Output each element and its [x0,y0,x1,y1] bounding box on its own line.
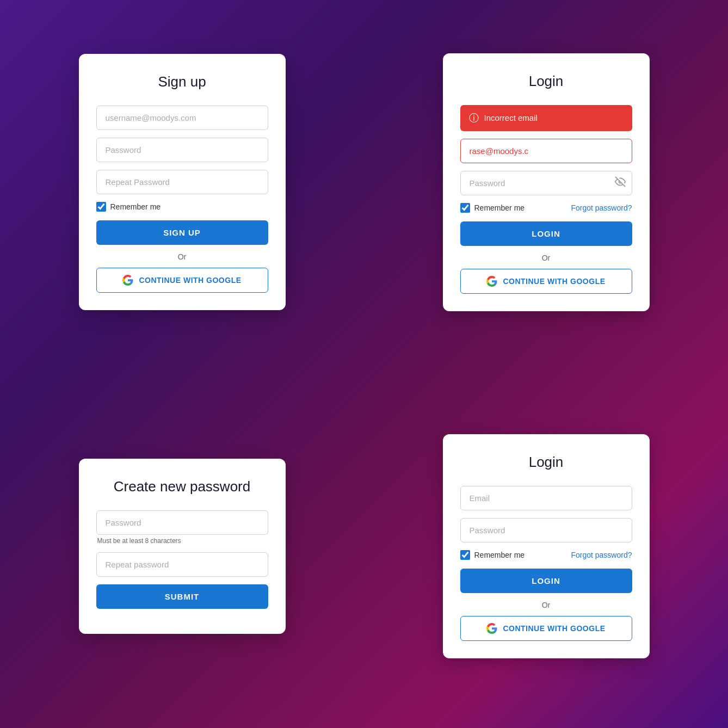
google-logo-icon-3 [486,623,497,634]
signup-remember-row: Remember me [96,202,268,212]
login-clean-cell: Login Remember me Forgot password? LOGIN… [364,364,728,728]
signup-cell: Sign up Remember me SIGN UP Or C [0,0,364,364]
login-clean-remember-label: Remember me [474,551,525,559]
login-clean-card: Login Remember me Forgot password? LOGIN… [443,434,650,658]
create-password-title: Create new password [96,478,268,495]
eye-off-icon[interactable] [615,176,626,190]
login-error-or-divider: Or [460,254,632,262]
create-repeat-password-group [96,552,268,577]
login-clean-google-label: CONTINUE WITH GOOGLE [503,624,605,633]
create-password-cell: Create new password Must be at least 8 c… [0,364,364,728]
signup-repeat-password-input[interactable] [96,170,268,194]
login-clean-remember-row: Remember me Forgot password? [460,550,632,560]
signup-remember-checkbox[interactable] [96,202,106,212]
signup-password-input[interactable] [96,138,268,162]
password-helper-text: Must be at least 8 characters [97,537,268,545]
login-error-password-group [460,171,632,195]
login-error-email-group [460,139,632,163]
signup-remember-left: Remember me [96,202,161,212]
signup-title: Sign up [96,73,268,90]
signup-google-label: CONTINUE WITH GOOGLE [139,276,241,285]
signup-google-button[interactable]: CONTINUE WITH GOOGLE [96,268,268,293]
login-error-submit-button[interactable]: LOGIN [460,221,632,246]
login-clean-email-input[interactable] [460,486,632,510]
error-message: Incorrect email [484,113,538,122]
login-clean-remember-checkbox[interactable] [460,550,470,560]
signup-password-group [96,138,268,162]
login-error-remember-left: Remember me [460,203,525,213]
create-password-input[interactable] [96,510,268,535]
login-clean-submit-button[interactable]: LOGIN [460,569,632,593]
signup-card: Sign up Remember me SIGN UP Or C [79,54,286,310]
signup-repeat-password-group [96,170,268,194]
login-error-google-button[interactable]: CONTINUE WITH GOOGLE [460,269,632,294]
login-clean-email-group [460,486,632,510]
create-password-card: Create new password Must be at least 8 c… [79,459,286,634]
login-clean-title: Login [460,454,632,471]
username-group [96,106,268,130]
login-error-title: Login [460,73,632,90]
error-banner: ⓘ Incorrect email [460,105,632,131]
create-password-submit-button[interactable]: SUBMIT [96,584,268,609]
login-error-remember-label: Remember me [474,203,525,212]
login-error-forgot-link[interactable]: Forgot password? [571,203,632,212]
login-error-email-input[interactable] [460,139,632,163]
signup-or-divider: Or [96,252,268,261]
create-repeat-password-input[interactable] [96,552,268,577]
login-error-google-label: CONTINUE WITH GOOGLE [503,277,605,286]
login-error-password-input[interactable] [460,171,632,195]
create-password-group: Must be at least 8 characters [96,510,268,545]
login-error-remember-row: Remember me Forgot password? [460,203,632,213]
login-clean-password-group [460,518,632,542]
login-error-cell: Login ⓘ Incorrect email Remember me Forg… [364,0,728,364]
error-circle-icon: ⓘ [469,112,479,125]
login-clean-remember-left: Remember me [460,550,525,560]
login-error-password-wrapper [460,171,632,195]
login-clean-google-button[interactable]: CONTINUE WITH GOOGLE [460,616,632,641]
login-error-remember-checkbox[interactable] [460,203,470,213]
login-clean-or-divider: Or [460,601,632,609]
login-clean-password-input[interactable] [460,518,632,542]
login-error-card: Login ⓘ Incorrect email Remember me Forg… [443,53,650,311]
google-logo-icon [122,275,133,286]
username-input[interactable] [96,106,268,130]
login-clean-forgot-link[interactable]: Forgot password? [571,551,632,559]
signup-submit-button[interactable]: SIGN UP [96,220,268,245]
google-logo-icon-2 [486,276,497,287]
signup-remember-label: Remember me [110,202,161,211]
